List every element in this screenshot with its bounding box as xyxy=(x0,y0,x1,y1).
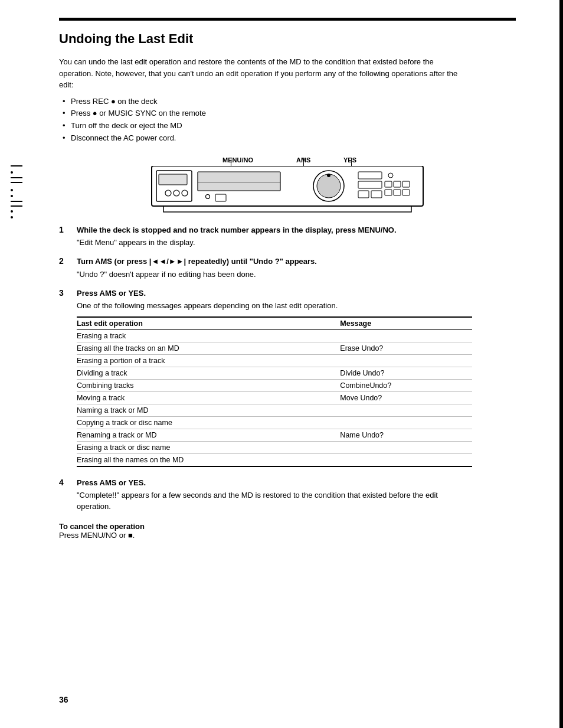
svg-rect-19 xyxy=(394,181,401,187)
table-row: Erasing a track or disc name xyxy=(77,441,472,453)
cancel-body: Press MENU/NO or ■. xyxy=(59,531,516,540)
cancel-section: To cancel the operation Press MENU/NO or… xyxy=(59,522,516,540)
message-cell xyxy=(340,329,472,342)
svg-rect-18 xyxy=(385,181,392,187)
svg-rect-22 xyxy=(394,190,401,195)
top-bar xyxy=(59,18,516,21)
table-row: Erasing a track xyxy=(77,329,472,342)
step-3-content: Press AMS or YES. One of the following m… xyxy=(77,288,472,469)
step-number-4: 4 xyxy=(59,478,77,487)
table-row: Copying a track or disc name xyxy=(77,416,472,429)
step-2: 2 Turn AMS (or press |◄◄/►►| repeatedly)… xyxy=(59,256,472,280)
svg-point-17 xyxy=(388,173,393,178)
step-3: 3 Press AMS or YES. One of the following… xyxy=(59,288,472,469)
message-cell xyxy=(340,416,472,429)
step-2-title: Turn AMS (or press |◄◄/►►| repeatedly) u… xyxy=(77,256,472,267)
mark-dot xyxy=(11,210,13,213)
operation-cell: Copying a track or disc name xyxy=(77,416,340,429)
tick-row xyxy=(146,158,429,166)
svg-point-12 xyxy=(327,174,330,177)
tick-ams xyxy=(303,158,304,166)
step-4-content: Press AMS or YES. "Complete!!" appears f… xyxy=(77,478,472,512)
step-1-title: While the deck is stopped and no track n… xyxy=(77,225,472,236)
mark-dot xyxy=(11,195,13,197)
operation-cell: Dividing a track xyxy=(77,367,340,379)
operation-cell: Erasing all the names on the MD xyxy=(77,453,340,466)
bullet-item: Disconnect the AC power cord. xyxy=(65,132,516,145)
operation-cell: Erasing a track or disc name xyxy=(77,441,340,453)
step-number-1: 1 xyxy=(59,225,77,234)
step-3-title: Press AMS or YES. xyxy=(77,288,472,299)
svg-rect-13 xyxy=(358,172,382,179)
bullet-item: Press ● or MUSIC SYNC on the remote xyxy=(65,107,516,120)
step-4-body: "Complete!!" appears for a few seconds a… xyxy=(77,489,472,512)
bullet-item: Press REC ● on the deck xyxy=(65,96,516,108)
operation-cell: Moving a track xyxy=(77,391,340,404)
device-svg xyxy=(146,166,429,213)
svg-rect-16 xyxy=(371,191,382,198)
table-row: Erasing all the tracks on an MDErase Und… xyxy=(77,342,472,354)
cancel-title: To cancel the operation xyxy=(59,522,516,531)
mark-line xyxy=(11,165,22,167)
table-row: Combining tracksCombineUndo? xyxy=(77,379,472,391)
mark-dot xyxy=(11,189,13,191)
svg-point-5 xyxy=(182,190,188,196)
step-2-body: "Undo ?" doesn't appear if no editing ha… xyxy=(77,269,472,280)
svg-point-11 xyxy=(317,174,341,198)
svg-rect-15 xyxy=(358,191,369,198)
table-row: Moving a trackMove Undo? xyxy=(77,391,472,404)
step-4-title: Press AMS or YES. xyxy=(77,478,472,488)
step-1-content: While the deck is stopped and no track n… xyxy=(77,225,472,249)
table-row: Erasing all the names on the MD xyxy=(77,453,472,466)
step-number-2: 2 xyxy=(59,256,77,266)
tick-yes xyxy=(351,158,352,166)
message-cell xyxy=(340,453,472,466)
col-header-operation: Last edit operation xyxy=(77,317,340,330)
svg-point-3 xyxy=(165,190,171,196)
operation-cell: Renaming a track or MD xyxy=(77,429,340,441)
message-cell xyxy=(340,404,472,416)
steps-section: 1 While the deck is stopped and no track… xyxy=(59,225,472,512)
svg-rect-23 xyxy=(402,190,410,195)
table-row: Renaming a track or MDName Undo? xyxy=(77,429,472,441)
svg-rect-24 xyxy=(163,206,411,212)
bullet-item: Turn off the deck or eject the MD xyxy=(65,120,516,132)
svg-point-8 xyxy=(206,194,210,198)
svg-rect-2 xyxy=(159,174,187,185)
svg-rect-20 xyxy=(402,181,410,187)
message-cell: Divide Undo? xyxy=(340,367,472,379)
step-4: 4 Press AMS or YES. "Complete!!" appears… xyxy=(59,478,472,512)
svg-rect-6 xyxy=(198,172,280,191)
operation-cell: Erasing all the tracks on an MD xyxy=(77,342,340,354)
page-number: 36 xyxy=(59,695,68,704)
mark-line xyxy=(11,182,22,183)
right-border xyxy=(559,0,563,728)
page-title: Undoing the Last Edit xyxy=(59,31,516,47)
mark-line xyxy=(11,177,22,178)
device-diagram: MENU/NO AMS YES xyxy=(59,156,516,213)
message-cell: Move Undo? xyxy=(340,391,472,404)
svg-rect-0 xyxy=(152,166,423,206)
operation-cell: Naming a track or MD xyxy=(77,404,340,416)
message-cell xyxy=(340,354,472,367)
message-cell: Erase Undo? xyxy=(340,342,472,354)
col-header-message: Message xyxy=(340,317,472,330)
table-row: Erasing a portion of a track xyxy=(77,354,472,367)
step-3-body: One of the following messages appears de… xyxy=(77,300,472,312)
undo-table: Last edit operation Message Erasing a tr… xyxy=(77,316,472,467)
step-number-3: 3 xyxy=(59,288,77,298)
step-1: 1 While the deck is stopped and no track… xyxy=(59,225,472,249)
left-marks xyxy=(11,165,22,218)
svg-rect-14 xyxy=(358,181,382,188)
operation-cell: Combining tracks xyxy=(77,379,340,391)
svg-rect-21 xyxy=(385,190,392,195)
mark-line xyxy=(11,205,22,207)
operation-cell: Erasing a track xyxy=(77,329,340,342)
mark-dot xyxy=(11,216,13,218)
step-2-content: Turn AMS (or press |◄◄/►►| repeatedly) u… xyxy=(77,256,472,280)
table-row: Dividing a trackDivide Undo? xyxy=(77,367,472,379)
step-1-body: "Edit Menu" appears in the display. xyxy=(77,237,472,249)
tick-menu xyxy=(231,158,231,166)
message-cell xyxy=(340,441,472,453)
table-row: Naming a track or MD xyxy=(77,404,472,416)
